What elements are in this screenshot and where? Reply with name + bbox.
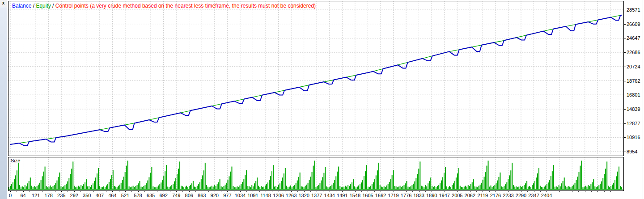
x-axis-tick: [355, 191, 356, 192]
x-axis-minor-tick: [234, 191, 234, 192]
x-axis-tick: [202, 191, 202, 192]
x-axis-label: 1548: [350, 193, 360, 198]
x-axis-minor-tick: [285, 191, 285, 192]
y-axis-tick: [624, 67, 626, 67]
x-axis-tick: [432, 191, 432, 192]
x-axis-tick: [368, 191, 368, 192]
x-axis-label: 292: [70, 193, 78, 198]
x-axis-tick: [138, 191, 139, 192]
x-axis-tick: [419, 191, 419, 192]
chart-legend: Balance / Equity / Control points (a ver…: [12, 3, 316, 9]
x-axis-tick: [23, 191, 24, 192]
x-axis-label: 635: [147, 193, 155, 198]
x-axis-minor-tick: [438, 191, 438, 192]
x-axis-minor-tick: [412, 191, 413, 192]
x-axis-tick: [279, 191, 279, 192]
x-axis-tick: [406, 191, 407, 192]
x-axis-tick: [496, 191, 496, 192]
y-axis-tick: [624, 10, 626, 10]
x-axis-minor-tick: [578, 191, 579, 192]
x-axis-tick: [597, 191, 598, 192]
x-axis-minor-tick: [144, 191, 145, 192]
x-axis-tick: [521, 191, 521, 192]
x-axis-label: 2347: [528, 193, 539, 198]
x-axis-minor-tick: [553, 191, 553, 192]
x-axis-label: 1605: [362, 193, 373, 198]
x-axis-label: 1833: [413, 193, 424, 198]
x-axis-tick: [304, 191, 305, 192]
x-axis-label: 863: [198, 193, 206, 198]
x-axis-label: 977: [223, 193, 231, 198]
x-axis-minor-tick: [157, 191, 157, 192]
y-axis-tick: [624, 24, 626, 25]
x-axis-tick: [164, 191, 164, 192]
x-axis-tick: [189, 191, 190, 192]
x-axis-label: 1263: [286, 193, 297, 198]
x-axis-label: 1890: [426, 193, 437, 198]
x-axis-tick: [330, 191, 330, 192]
x-axis-tick: [559, 191, 560, 192]
x-axis-minor-tick: [310, 191, 311, 192]
x-axis-tick: [61, 191, 62, 192]
x-axis-tick: [215, 191, 215, 192]
close-icon[interactable]: x: [0, 0, 7, 7]
x-axis-label: 806: [185, 193, 193, 198]
tester-panel-tab-strip[interactable]: x Tester: [0, 0, 7, 199]
x-axis-tick: [508, 191, 508, 192]
x-axis-label: 1148: [260, 193, 271, 198]
x-axis-label: 2176: [490, 193, 501, 198]
y-axis-label: 22686: [627, 50, 640, 55]
x-axis-minor-tick: [591, 191, 592, 192]
x-axis-tick: [100, 191, 100, 192]
x-axis-label: 920: [211, 193, 219, 198]
y-axis-label: 18762: [627, 78, 640, 84]
x-axis-label: 692: [159, 193, 167, 198]
legend-separator: /: [52, 3, 54, 9]
x-axis-tick: [317, 191, 317, 192]
x-axis-tick: [74, 191, 75, 192]
x-axis-label: 1776: [401, 193, 411, 198]
x-axis-label: 350: [83, 193, 91, 198]
y-axis-label: 24647: [627, 35, 640, 41]
x-axis-label: 235: [57, 193, 65, 198]
x-axis-tick: [445, 191, 445, 192]
y-axis-tick: [624, 152, 626, 152]
x-axis-label: 1434: [324, 193, 335, 198]
y-axis-tick: [624, 52, 626, 53]
x-axis-minor-tick: [106, 191, 106, 192]
balance-equity-chart: [8, 1, 623, 155]
x-axis-minor-tick: [272, 191, 272, 192]
y-axis-label: 14839: [627, 106, 640, 112]
y-axis-tick: [624, 81, 626, 81]
x-axis-tick: [151, 191, 151, 192]
x-axis-minor-tick: [515, 191, 515, 192]
x-axis-tick: [112, 191, 113, 192]
y-axis-label: 16801: [627, 92, 640, 97]
x-axis-label: 1947: [439, 193, 449, 198]
y-axis-tick: [624, 123, 626, 124]
y-axis-label: 10916: [627, 135, 640, 140]
x-axis-minor-tick: [246, 191, 247, 192]
x-axis-label: 2062: [465, 193, 475, 198]
balance-chart-panel: Balance / Equity / Control points (a ver…: [8, 1, 624, 156]
x-axis-label: 1320: [298, 193, 309, 198]
x-axis-minor-tick: [451, 191, 451, 192]
balance-line: [10, 15, 622, 146]
x-axis-label: 1719: [388, 193, 398, 198]
legend-method-label: Control points (a very crude method base…: [55, 3, 316, 9]
strategy-tester-graph-window: { "window": { "close_button": "x", "test…: [0, 0, 644, 199]
x-axis-minor-tick: [400, 191, 400, 192]
x-axis-minor-tick: [489, 191, 490, 192]
x-axis-label: 2233: [503, 193, 513, 198]
x-axis-tick: [342, 191, 343, 192]
x-axis-minor-tick: [93, 191, 94, 192]
y-axis-label: 20724: [627, 64, 640, 69]
x-axis-tick: [87, 191, 87, 192]
x-axis-label: 2290: [516, 193, 526, 198]
x-axis-tick: [10, 191, 11, 192]
x-axis-minor-tick: [68, 191, 68, 192]
size-panel-label: Size: [11, 158, 20, 163]
x-axis-minor-tick: [208, 191, 209, 192]
x-axis-label: 407: [96, 193, 104, 198]
x-axis-tick: [291, 191, 292, 192]
